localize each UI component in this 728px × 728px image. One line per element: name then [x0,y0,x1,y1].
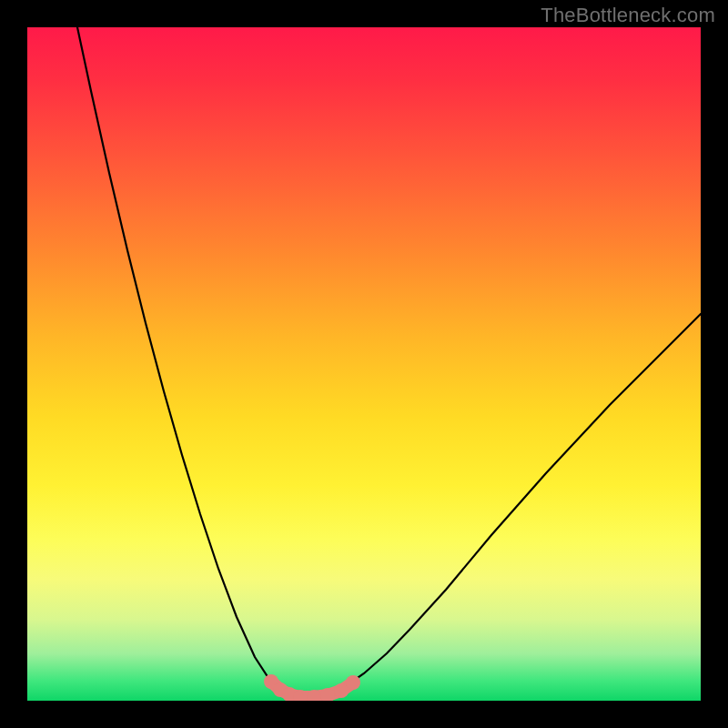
chart-frame: TheBottleneck.com [0,0,728,728]
flat-bottom-markers [264,674,360,701]
watermark-text: TheBottleneck.com [541,4,715,27]
plot-area [27,27,701,701]
bottom-dots [264,674,360,701]
bottleneck-curve [77,27,701,697]
bottom-dot [346,675,360,690]
bottom-dot [334,683,349,698]
curve-layer [27,27,701,701]
